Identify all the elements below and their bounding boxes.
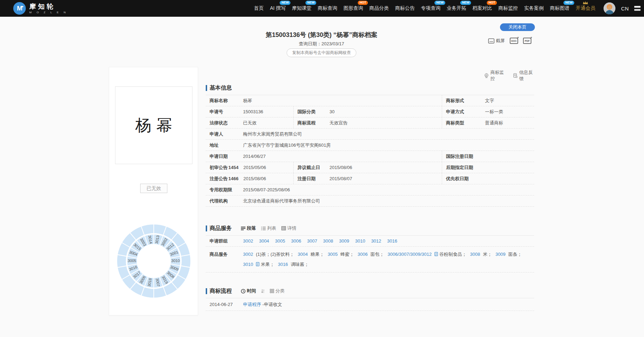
- section-goods-header: 商品服务 段落 列表: [206, 224, 534, 233]
- nav-item-label: 专项查询: [421, 5, 440, 11]
- goods-code-link[interactable]: 3006: [358, 252, 368, 257]
- goods-code-link[interactable]: 3008: [470, 252, 480, 257]
- field-label: 商标名称: [210, 98, 243, 104]
- nav-item-7[interactable]: 商标公告: [395, 5, 415, 12]
- webcam-icon: [484, 73, 488, 78]
- group-link[interactable]: 3016: [387, 238, 397, 244]
- goods-text: 谷粉制食品；: [439, 252, 467, 257]
- field-value: 文字: [485, 98, 494, 104]
- nav-item-13[interactable]: 商标图谱NEW: [550, 5, 569, 12]
- goods-code-link[interactable]: 3004: [298, 252, 308, 257]
- new-badge: NEW: [434, 1, 445, 5]
- goods-code-link[interactable]: 3009: [495, 252, 506, 257]
- field-value: 普通商标: [485, 120, 503, 126]
- goods-doc-icon[interactable]: [434, 252, 438, 256]
- feedback-icon: [513, 73, 517, 78]
- export-doc-button[interactable]: DOC↗: [510, 38, 518, 44]
- goods-code-link[interactable]: 3016: [278, 262, 288, 267]
- view-tab-paragraph[interactable]: 段落: [241, 225, 256, 231]
- field-label: 商标形式: [446, 98, 485, 104]
- nav-item-3[interactable]: 摩知课堂NEW: [292, 5, 311, 12]
- brand-name: 摩知轮: [29, 3, 68, 10]
- nav-item-11[interactable]: 商标监控: [498, 5, 518, 12]
- field-label: 申请号: [210, 109, 243, 115]
- nav-item-10[interactable]: 档案对比HOT: [472, 5, 492, 12]
- group-link[interactable]: 3009: [339, 238, 349, 244]
- screenshot-button[interactable]: 截屏: [488, 38, 505, 44]
- field-label: 申请人: [210, 131, 243, 137]
- nav-item-12[interactable]: 实务案例: [524, 5, 544, 12]
- nav-item-4[interactable]: 商标查询: [318, 5, 337, 12]
- wheel-segment[interactable]: [181, 255, 191, 268]
- section-basic-info-header: 基本信息: [206, 83, 534, 92]
- close-page-button[interactable]: 关闭本页: [500, 23, 535, 31]
- doc-icon: DOC↗: [510, 38, 518, 44]
- trademark-image[interactable]: 杨幂: [115, 86, 192, 164]
- group-link[interactable]: 3002: [243, 238, 253, 244]
- group-link[interactable]: 3008: [323, 238, 333, 244]
- view-tab-list[interactable]: 列表: [261, 225, 276, 231]
- nav-item-8[interactable]: 专项查询NEW: [421, 5, 440, 12]
- language-switcher[interactable]: CN: [621, 6, 629, 12]
- nav-item-2[interactable]: AI 撰写NEW: [270, 5, 286, 12]
- flow-separator: -: [261, 302, 264, 307]
- table-row: 初审公告14542015/05/06异议截止日2015/08/06后期指定日期: [206, 162, 534, 173]
- nav-item-label: 商品分类: [369, 5, 389, 11]
- flow-procedure-link[interactable]: 申请程序: [243, 301, 261, 308]
- pdf-icon: PDF↗: [523, 38, 531, 44]
- copy-check-button[interactable]: 复制本商标号去中国商标网核查: [287, 48, 356, 57]
- user-avatar[interactable]: [604, 2, 615, 14]
- goods-code-link[interactable]: 3005: [328, 252, 338, 257]
- nav-item-6[interactable]: 商品分类: [369, 5, 389, 12]
- feedback-link[interactable]: 信息反馈: [513, 69, 535, 82]
- field-value: 广东省兴宁市宁新城南106号区平安阁601房: [243, 142, 331, 148]
- hamburger-menu-icon[interactable]: [634, 6, 641, 11]
- flow-tab-category[interactable]: 分类: [270, 288, 285, 294]
- group-link[interactable]: 3012: [371, 238, 381, 244]
- sort-toggle[interactable]: [261, 289, 265, 293]
- trademark-monitor-link[interactable]: 商标监控: [484, 69, 506, 82]
- group-link[interactable]: 3005: [275, 238, 285, 244]
- wheel-segment[interactable]: [117, 255, 127, 268]
- goods-code-link[interactable]: 3010: [243, 262, 253, 267]
- nav-item-vip[interactable]: 开通会员: [576, 5, 595, 12]
- group-link[interactable]: 3004: [259, 238, 269, 244]
- field-value-link[interactable]: 北京绿色通道商标代理事务所有限公司: [243, 198, 320, 204]
- page: M 摩知轮 M O Z L E N 首页AI 撰写NEW摩知课堂NEW商标查询图…: [0, 0, 644, 337]
- goods-text: 米果；: [261, 262, 274, 267]
- field-value: 2014/06/27: [243, 154, 266, 159]
- table-row: 注册公告14662015/08/06注册日期2015/08/07优先权日期: [206, 173, 534, 184]
- goods-code-link[interactable]: 3002: [243, 252, 253, 257]
- info-cell: 地址广东省兴宁市宁新城南106号区平安阁601房: [206, 140, 534, 151]
- field-label: 申请日期: [210, 153, 243, 160]
- group-link[interactable]: 3006: [291, 238, 301, 244]
- group-link[interactable]: 3007: [307, 238, 317, 244]
- top-navbar: M 摩知轮 M O Z L E N 首页AI 撰写NEW摩知课堂NEW商标查询图…: [0, 0, 644, 17]
- info-cell: 法律状态已无效: [206, 117, 293, 128]
- goods-doc-icon[interactable]: [256, 262, 259, 266]
- brand-logo[interactable]: M 摩知轮 M O Z L E N: [13, 2, 68, 15]
- table-row: 商标名称杨幂商标形式文字: [206, 95, 534, 106]
- field-label: 异议截止日: [297, 164, 329, 171]
- field-value-link[interactable]: 梅州市大家闺秀贸易有限公司: [243, 131, 302, 137]
- logo-icon: M: [13, 2, 26, 15]
- goods-code-link[interactable]: 3006/3007/3009/3012: [387, 252, 432, 257]
- info-cell: 申请方式一标一类: [442, 106, 534, 117]
- field-value: 2015/08/07: [329, 176, 352, 181]
- page-title: 第15003136号 (第30类) “杨幂”商标档案: [109, 31, 534, 39]
- export-pdf-button[interactable]: PDF↗: [523, 38, 531, 44]
- nav-item-9[interactable]: 业务开拓NEW: [447, 5, 466, 12]
- info-cell: 注册日期2015/08/07: [293, 173, 442, 184]
- field-label: 后期指定日期: [446, 164, 485, 171]
- goods-text: 米；: [483, 252, 492, 257]
- new-badge: NEW: [460, 1, 471, 5]
- group-link[interactable]: 3010: [355, 238, 365, 244]
- view-tab-detail[interactable]: 详情: [281, 225, 296, 231]
- flow-tab-time[interactable]: 时间: [241, 288, 256, 294]
- brand-latin: M O Z L E N: [29, 11, 68, 14]
- field-label: 初审公告: [210, 164, 228, 171]
- nav-item-1[interactable]: 首页: [254, 5, 264, 12]
- wheel-class-label: 3010: [171, 259, 180, 263]
- field-label[interactable]: 注册公告: [210, 176, 228, 182]
- nav-item-5[interactable]: 图形查询HOT: [343, 5, 363, 12]
